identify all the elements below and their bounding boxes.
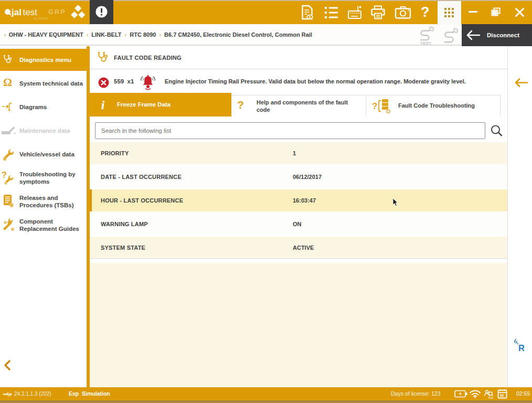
- svg-text:?: ?: [2, 171, 7, 179]
- svg-text:by COJALI: by COJALI: [34, 17, 48, 20]
- svg-text:?: ?: [372, 101, 377, 111]
- svg-text:test: test: [23, 7, 38, 17]
- svg-text:TEST: TEST: [420, 41, 431, 46]
- svg-text:RUN: RUN: [488, 397, 493, 399]
- svg-text:R: R: [518, 343, 525, 353]
- svg-text:30: 30: [500, 394, 504, 397]
- svg-text:jal: jal: [11, 7, 22, 17]
- svg-text:Ω: Ω: [3, 76, 12, 89]
- svg-text:i: i: [101, 98, 105, 112]
